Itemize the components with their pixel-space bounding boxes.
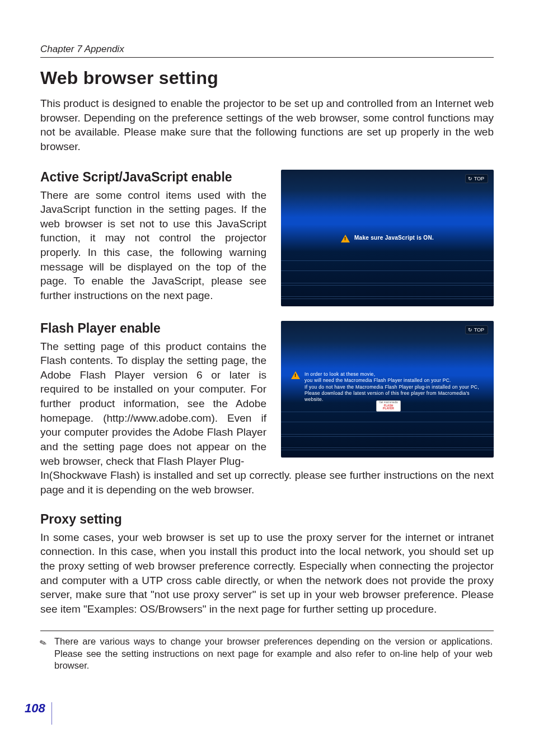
paragraph-javascript: There are some control items used with t… (40, 188, 266, 303)
running-head: Chapter 7 Appendix (40, 44, 494, 58)
footnote: ✎ There are various ways to change your … (40, 636, 494, 671)
heading-flash: Flash Player enable (40, 321, 266, 336)
figure-flash-warning: ↻ TOP In order to look at these movie, y… (281, 321, 494, 458)
warning-icon (291, 371, 300, 379)
heading-javascript: Active Script/JavaScript enable (40, 170, 266, 185)
top-label: TOP (474, 327, 484, 333)
paragraph-flash-left: The setting page of this product contain… (40, 339, 266, 469)
top-button: ↻ TOP (465, 325, 488, 334)
top-button: ↻ TOP (465, 174, 488, 183)
warning-icon (341, 235, 350, 242)
decorative-lines (281, 255, 494, 306)
paragraph-proxy: In some cases, your web browser is set u… (40, 530, 494, 617)
section-proxy: Proxy setting In some cases, your web br… (40, 512, 494, 617)
intro-paragraph: This product is designed to enable the p… (40, 96, 494, 154)
footnote-rule (40, 631, 494, 631)
refresh-icon: ↻ (468, 176, 472, 181)
flash-warning-text: In order to look at these movie, you wil… (305, 371, 484, 403)
page-number: 108 (25, 701, 45, 716)
top-label: TOP (474, 176, 484, 181)
heading-proxy: Proxy setting (40, 512, 494, 527)
page-number-rule (51, 702, 52, 725)
page-content: Chapter 7 Appendix Web browser setting T… (40, 44, 494, 672)
js-warning-text: Make sure JavaScript is ON. (354, 235, 434, 241)
footnote-text: There are various ways to change your br… (54, 636, 493, 671)
figure-javascript-warning: ↻ TOP Make sure JavaScript is ON. (281, 170, 494, 306)
page-title: Web browser setting (40, 68, 494, 88)
refresh-icon: ↻ (468, 327, 472, 333)
paragraph-flash-below: In(Shockwave Flash) is installed and set… (40, 468, 494, 497)
section-flash: Flash Player enable The setting page of … (40, 321, 494, 497)
decorative-lines (281, 406, 494, 458)
section-javascript: Active Script/JavaScript enable There ar… (40, 170, 494, 306)
